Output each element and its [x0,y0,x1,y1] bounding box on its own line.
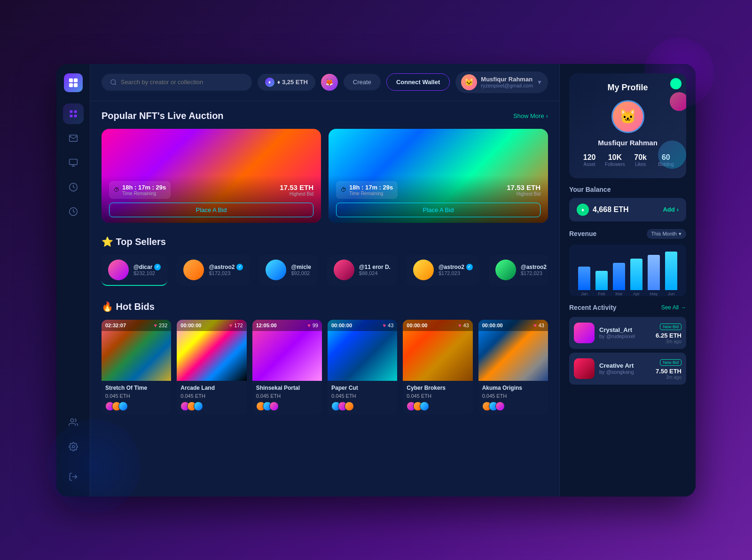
user-avatar: 🐱 [461,74,477,90]
svg-rect-1 [73,78,77,82]
auction-section-header: Popular NFT's Live Auction Show More › [102,110,548,121]
seller-item-1[interactable]: @astroo2 ✓ $172,023 [177,255,250,286]
bid-info-1: ⏱ 18h : 17m : 29s Time Remaining 17.53 E… [109,181,313,199]
activity-info-0: Crystal_Art by @rudepixxel [599,326,651,339]
nft-timer-5: 00:00:00 ♥43 [478,320,548,331]
sidebar-item-dashboard[interactable] [63,103,84,124]
sidebar-logo[interactable] [64,73,83,92]
nft-card-1[interactable]: 00:00:00 ♥172 Arcade Land 0.045 ETH [177,320,246,415]
label-feb: Feb [594,292,609,296]
seller-info-2: @micle $92,002 [291,264,311,276]
chevron-right-icon: › [546,112,548,119]
this-month-button[interactable]: This Month ▾ [647,229,686,239]
balance-title: Your Balance [569,186,686,193]
activity-header: Recent Activity See All → [569,304,686,311]
seller-avatar-3 [334,260,354,280]
nft-info-3: Paper Cut 0.045 ETH [328,381,397,415]
svg-rect-0 [69,78,72,82]
search-icon [110,79,117,86]
auction-card-2[interactable]: ⏱ 18h : 17m : 29s Time Remaining 17.53 E… [329,129,548,223]
balance-value: ♦ 4,668 ETH [577,204,628,216]
see-all-button[interactable]: See All → [661,304,686,311]
label-apr: Apr [629,292,644,296]
seller-item-0[interactable]: @dicar ✓ $232,102 [102,255,167,286]
nft-card-3[interactable]: 00:00:00 ♥43 Paper Cut 0.045 ETH [328,320,397,415]
chart-container: Jan Feb Mar Apr May Jun [575,250,681,297]
label-jan: Jan [577,292,592,296]
nft-card-0[interactable]: 02:32:07 ♥232 Stretch Of Time 0.045 ETH [102,320,171,415]
eth-box-2: 17.53 ETH Highest Bid [507,183,540,197]
label-jun: Jun [664,292,679,296]
activity-section: Recent Activity See All → Crystal_Art by… [569,304,686,388]
seller-item-5[interactable]: @astroo2 ✓ $172,023 [489,255,548,286]
bid-button-1[interactable]: Place A Bid [109,203,313,217]
activity-title: Recent Activity [569,304,617,311]
profile-avatar[interactable]: 🐱 [611,100,644,133]
user-details: Musfiqur Rahman ryzenpixel@gmail.com [481,76,533,88]
stat-followers: 10K Followers [604,153,626,167]
seller-item-2[interactable]: @micle $92,002 [259,255,317,286]
time-box-2: ⏱ 18h : 17m : 29s Time Remaining [336,181,398,199]
sidebar-item-display[interactable] [63,152,84,173]
sidebar-item-history[interactable] [63,201,84,222]
nft-image-5: 00:00:00 ♥43 [478,320,548,381]
eth-balance: ♦ ♦ 3,25 ETH [258,74,315,91]
nft-avatars-1 [180,402,243,411]
auction-overlay-1: ⏱ 18h : 17m : 29s Time Remaining 17.53 E… [102,175,321,223]
sellers-header: ⭐ Top Sellers [102,236,548,247]
seller-info-1: @astroo2 ✓ $172,023 [209,264,243,276]
search-input[interactable] [121,79,243,86]
bar-jun [664,250,679,290]
sidebar-item-logout[interactable] [63,466,84,487]
connect-wallet-button[interactable]: Connect Wallet [386,73,450,91]
user-info[interactable]: 🐱 Musfiqur Rahman ryzenpixel@gmail.com ▼ [455,71,548,93]
nft-card-2[interactable]: 12:05:00 ♥99 Shinsekai Portal 0.045 ETH [252,320,322,415]
nft-av-4-3 [420,402,429,411]
add-balance-button[interactable]: Add › [663,206,679,213]
activity-item-0[interactable]: Crystal_Art by @rudepixxel New Bid 6.25 … [569,317,686,349]
revenue-header: Revenue This Month ▾ [569,229,686,239]
bid-button-2[interactable]: Place A Bid [336,203,540,217]
bar-may [646,250,661,290]
activity-image-1 [574,358,595,379]
decor-circle-1 [670,78,682,89]
activity-item-1[interactable]: Creative Art by @songkang New Bid 7.50 E… [569,353,686,385]
nft-image-3: 00:00:00 ♥43 [328,320,397,381]
svg-point-14 [72,445,74,448]
svg-rect-6 [70,114,72,117]
eth-box-1: 17.53 ETH Highest Bid [280,183,313,197]
seller-item-4[interactable]: @astroo2 ✓ $172,023 [407,255,479,286]
nft-av-1-3 [194,402,203,411]
sidebar-item-analytics[interactable] [63,177,84,197]
sidebar-item-community[interactable] [63,412,84,433]
revenue-chart: Jan Feb Mar Apr May Jun [569,245,686,296]
seller-avatar-4 [413,260,434,280]
heart-icon-1: ♥ [229,323,233,328]
nft-info-0: Stretch Of Time 0.045 ETH [102,381,171,415]
revenue-section: Revenue This Month ▾ [569,229,686,296]
show-more-button[interactable]: Show More › [513,112,548,119]
search-box[interactable] [102,74,252,91]
nft-card-5[interactable]: 00:00:00 ♥43 Akuma Origins 0.045 ETH [478,320,548,415]
nft-card-4[interactable]: 00:00:00 ♥43 Cyber Brokers 0.045 ETH [403,320,472,415]
heart-icon-3: ♥ [383,323,386,328]
nft-image-0: 02:32:07 ♥232 [102,320,171,381]
chevron-down-icon: ▼ [537,79,542,86]
top-sellers-section: ⭐ Top Sellers @dicar ✓ $232,102 [102,236,548,288]
nft-timer-1: 00:00:00 ♥172 [177,320,246,331]
nft-timer-4: 00:00:00 ♥43 [403,320,472,331]
heart-icon-4: ♥ [458,323,462,328]
balance-box: ♦ 4,668 ETH Add › [569,198,686,221]
auction-card-1[interactable]: ⏱ 18h : 17m : 29s Time Remaining 17.53 E… [102,129,321,223]
nft-av-2-3 [269,402,279,411]
seller-item-3[interactable]: @11 eror D. $88,024 [327,255,397,286]
arrow-right-icon: › [677,206,679,213]
create-button[interactable]: Create [344,74,381,90]
sidebar-item-settings[interactable] [63,436,84,457]
verified-icon-1: ✓ [236,264,243,270]
verified-icon-0: ✓ [154,264,161,270]
sidebar-item-messages[interactable] [63,128,84,149]
stat-likes: 70k Likes [630,153,651,167]
header-avatar[interactable]: 🦊 [321,74,338,91]
arrow-right-icon-2: → [681,304,686,311]
